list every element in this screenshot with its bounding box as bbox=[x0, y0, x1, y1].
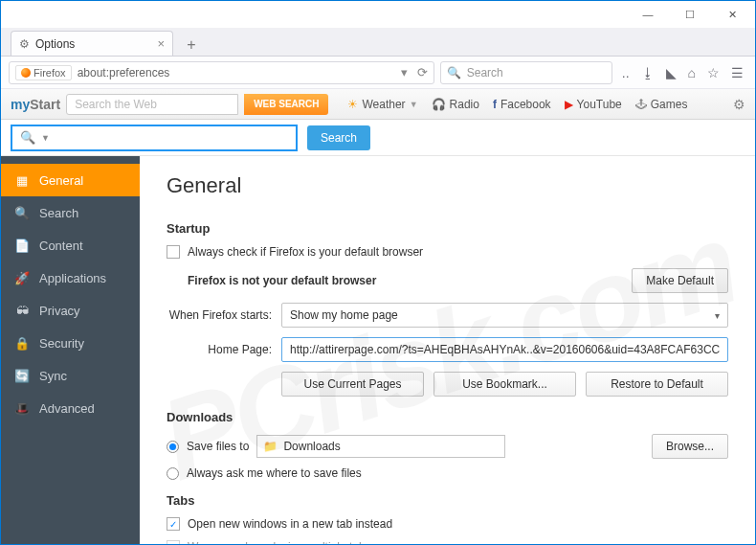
mystart-games[interactable]: 🕹Games bbox=[635, 98, 688, 111]
home-page-row: Home Page: bbox=[167, 337, 728, 362]
tab-close-icon[interactable]: × bbox=[157, 36, 165, 51]
pocket-icon[interactable]: ◣ bbox=[666, 65, 677, 80]
close-button[interactable]: ✕ bbox=[711, 1, 753, 28]
preferences-sidebar: ▦General 🔍Search 📄Content 🚀Applications … bbox=[1, 156, 140, 545]
mystart-youtube[interactable]: ▶YouTube bbox=[565, 98, 622, 111]
joystick-icon: 🕹 bbox=[635, 98, 647, 111]
downloads-path[interactable]: 📁 Downloads bbox=[256, 435, 505, 458]
downloads-heading: Downloads bbox=[167, 410, 728, 424]
sidebar-item-content[interactable]: 📄Content bbox=[1, 229, 140, 261]
always-ask-radio[interactable] bbox=[167, 467, 179, 480]
mystart-search-button[interactable]: WEB SEARCH bbox=[244, 94, 328, 115]
mystart-links: ☀Weather▼ 🎧Radio fFacebook ▶YouTube 🕹Gam… bbox=[347, 98, 687, 111]
home-icon[interactable]: ⌂ bbox=[688, 65, 696, 80]
page-search-input[interactable]: 🔍 ▼ bbox=[11, 125, 298, 151]
identity-label: Firefox bbox=[33, 67, 66, 79]
minimize-button[interactable]: — bbox=[627, 1, 669, 28]
dropdown-icon[interactable]: ▾ bbox=[401, 65, 408, 79]
sidebar-item-search[interactable]: 🔍Search bbox=[1, 196, 140, 229]
downloads-path-text: Downloads bbox=[283, 440, 340, 453]
browse-button[interactable]: Browse... bbox=[652, 434, 728, 459]
mystart-weather[interactable]: ☀Weather▼ bbox=[347, 98, 417, 111]
tab-title: Options bbox=[35, 37, 75, 51]
restore-default-button[interactable]: Restore to Default bbox=[586, 372, 728, 397]
mystart-search-input[interactable]: Search the Web bbox=[66, 94, 238, 115]
always-check-row: Always check if Firefox is your default … bbox=[167, 245, 728, 259]
url-bar[interactable]: Firefox about:preferences ▾ ⟳ bbox=[9, 61, 434, 84]
when-starts-value: Show my home page bbox=[290, 308, 398, 322]
bookmark-dropdown-icon[interactable]: .. bbox=[622, 65, 630, 80]
maximize-button[interactable]: ☐ bbox=[669, 1, 711, 28]
preferences-main: PCrisk.com General Startup Always check … bbox=[140, 156, 755, 545]
search-placeholder: Search bbox=[467, 66, 503, 79]
startup-heading: Startup bbox=[167, 221, 728, 236]
mystart-facebook[interactable]: fFacebook bbox=[493, 98, 551, 111]
tab-options[interactable]: ⚙ Options × bbox=[11, 31, 173, 56]
open-new-label: Open new windows in a new tab instead bbox=[188, 517, 392, 531]
content-icon: 📄 bbox=[14, 238, 30, 253]
home-page-label: Home Page: bbox=[167, 343, 272, 356]
save-files-radio[interactable] bbox=[167, 441, 179, 453]
page-search-row: 🔍 ▼ Search bbox=[1, 120, 755, 156]
url-text: about:preferences bbox=[78, 66, 170, 79]
sidebar-item-privacy[interactable]: 🕶Privacy bbox=[1, 294, 140, 327]
chevron-down-icon: ▾ bbox=[715, 310, 720, 321]
mystart-toolbar: myStart Search the Web WEB SEARCH ☀Weath… bbox=[1, 89, 755, 120]
when-starts-select[interactable]: Show my home page ▾ bbox=[281, 303, 728, 328]
window-titlebar: — ☐ ✕ bbox=[1, 1, 755, 28]
search-box[interactable]: 🔍 Search bbox=[440, 61, 612, 84]
sync-icon: 🔄 bbox=[14, 369, 30, 383]
sidebar-item-security[interactable]: 🔒Security bbox=[1, 327, 140, 359]
page-title: General bbox=[167, 173, 728, 198]
toolbar-buttons: .. ⭳ ◣ ⌂ ☆ ☰ bbox=[618, 65, 747, 80]
always-ask-row: Always ask me where to save files bbox=[167, 466, 728, 480]
facebook-icon: f bbox=[493, 98, 497, 111]
use-current-pages-button[interactable]: Use Current Pages bbox=[281, 372, 424, 397]
downloads-icon[interactable]: ⭳ bbox=[641, 65, 655, 80]
mystart-settings-icon[interactable]: ⚙ bbox=[733, 97, 745, 112]
home-page-input[interactable] bbox=[281, 337, 728, 362]
tabs-heading: Tabs bbox=[167, 493, 728, 508]
sidebar-item-advanced[interactable]: 🎩Advanced bbox=[1, 392, 140, 424]
mystart-logo: myStart bbox=[11, 97, 60, 112]
not-default-text: Firefox is not your default browser bbox=[188, 274, 376, 287]
bookmark-star-icon[interactable]: ☆ bbox=[707, 65, 720, 80]
when-starts-label: When Firefox starts: bbox=[167, 308, 272, 322]
reload-icon[interactable]: ⟳ bbox=[417, 65, 428, 79]
mystart-search-placeholder: Search the Web bbox=[75, 98, 157, 111]
magnifier-icon: 🔍 bbox=[20, 130, 35, 145]
always-check-label: Always check if Firefox is your default … bbox=[188, 245, 423, 259]
sidebar-item-sync[interactable]: 🔄Sync bbox=[1, 359, 140, 392]
rocket-icon: 🚀 bbox=[14, 271, 30, 285]
use-bookmark-button[interactable]: Use Bookmark... bbox=[434, 372, 576, 397]
navigation-toolbar: Firefox about:preferences ▾ ⟳ 🔍 Search .… bbox=[1, 57, 755, 89]
make-default-button[interactable]: Make Default bbox=[632, 268, 728, 293]
sidebar-item-applications[interactable]: 🚀Applications bbox=[1, 261, 140, 294]
new-tab-button[interactable]: + bbox=[179, 34, 204, 56]
sidebar-item-general[interactable]: ▦General bbox=[1, 164, 140, 196]
headphones-icon: 🎧 bbox=[432, 98, 446, 111]
warn-close-label: Warn me when closing multiple tabs bbox=[188, 540, 371, 545]
page-search-button[interactable]: Search bbox=[307, 125, 370, 150]
chevron-down-icon[interactable]: ▼ bbox=[41, 133, 50, 143]
save-files-row: Save files to 📁 Downloads Browse... bbox=[167, 434, 728, 459]
preferences-content: ▦General 🔍Search 📄Content 🚀Applications … bbox=[1, 156, 755, 545]
identity-badge[interactable]: Firefox bbox=[15, 65, 72, 80]
mystart-radio[interactable]: 🎧Radio bbox=[432, 98, 479, 111]
warn-close-checkbox[interactable] bbox=[167, 540, 180, 545]
always-check-checkbox[interactable] bbox=[167, 245, 180, 259]
when-starts-row: When Firefox starts: Show my home page ▾ bbox=[167, 303, 728, 328]
menu-icon[interactable]: ☰ bbox=[731, 65, 744, 80]
search-icon: 🔍 bbox=[14, 206, 30, 220]
general-icon: ▦ bbox=[14, 173, 30, 188]
open-new-row: ✓ Open new windows in a new tab instead bbox=[167, 517, 728, 531]
firefox-icon bbox=[21, 68, 31, 78]
url-actions: ▾ ⟳ bbox=[401, 65, 428, 79]
mask-icon: 🕶 bbox=[14, 304, 30, 318]
youtube-icon: ▶ bbox=[565, 98, 573, 111]
save-files-label: Save files to bbox=[187, 440, 249, 453]
gear-icon: ⚙ bbox=[19, 37, 30, 51]
default-browser-row: Firefox is not your default browser Make… bbox=[188, 268, 728, 293]
advanced-icon: 🎩 bbox=[14, 401, 30, 416]
open-new-checkbox[interactable]: ✓ bbox=[167, 517, 180, 531]
